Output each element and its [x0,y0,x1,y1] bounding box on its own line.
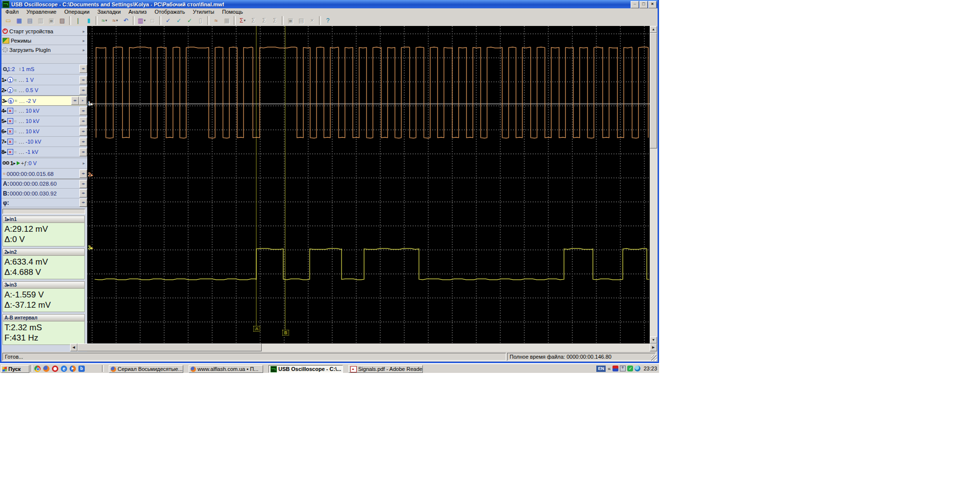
channel-3-marker[interactable]: 3▸ [88,245,93,251]
waveform-plot[interactable]: 1▸ 2▸ 3▸ A B [87,26,650,343]
cursor-b-handle[interactable]: B [282,330,289,336]
minimize-button[interactable] [631,1,639,8]
coupling-icon[interactable]: ≈ [14,88,17,93]
tray-expand-button[interactable]: « [608,366,611,371]
channel-row-2[interactable]: 2▸ 2 ≈ ...0.5 V [1,85,87,96]
channel-disabled-icon[interactable] [7,118,13,124]
channel-2-marker[interactable]: 2▸ [88,172,93,178]
channel-badge[interactable]: 5 [8,98,14,104]
vertical-scroll-thumb[interactable] [650,33,657,148]
channel-range-value[interactable]: 10 kV [25,108,39,114]
messenger-icon[interactable] [78,366,85,372]
toolbar-help-button[interactable]: ? [322,16,333,25]
channel-spinner[interactable] [79,107,87,115]
channel-range-value[interactable]: 1 V [25,77,34,83]
toolbar-close-view-button[interactable]: × [307,16,318,25]
counter-spinner[interactable] [79,198,87,207]
task-button-pdf[interactable]: Signals.pdf - Adobe Reader [348,365,423,373]
channel-spinner[interactable] [79,117,87,125]
cursor-a-handle[interactable]: A [253,326,260,332]
toolbar-measure-3-button[interactable]: ✓ [184,16,195,25]
channel-spinner[interactable] [79,76,87,84]
menu-operations[interactable]: Операции [60,9,93,15]
toolbar-save-button[interactable]: ▦ [14,16,24,25]
modes-button[interactable]: Режимы ▸ [1,36,87,45]
chrome-icon[interactable] [34,366,41,372]
toolbar-measure-1-button[interactable]: ✓ [163,16,173,25]
waveform-canvas[interactable] [87,26,650,343]
zoom-scale-value[interactable]: 1:2 [7,66,15,72]
task-button-alflash[interactable]: www.alflash.com.ua • П... [189,365,263,373]
chevron-right-icon[interactable]: ▸ [80,161,87,166]
channel-disabled-icon[interactable] [7,139,13,145]
toolbar-print-button[interactable]: ▤ [24,16,35,25]
wmp-icon[interactable] [70,366,76,372]
resize-grip[interactable] [651,355,657,361]
horizontal-scrollbar[interactable]: ◀ ▶ [70,343,657,351]
channel-range-value[interactable]: 0.5 V [25,87,38,93]
panel-header[interactable]: 2▸in2 [2,248,85,256]
start-button[interactable]: Пуск [1,365,29,373]
toolbar-zoom-in-wave-button[interactable]: ≈▾ [99,16,110,25]
toolbar-spectrum-button[interactable]: ≈ [211,16,221,25]
task-button-serial[interactable]: Сериал Восьмидесятые... [109,365,183,373]
toolbar-export-button[interactable]: ▥ [35,16,46,25]
toolbar-formula-3-button[interactable]: Σ [259,16,270,25]
toolbar-cursor-tool-button[interactable]: | [73,16,83,25]
task-button-oscilloscope[interactable]: USB Oscilloscope - C:\... [269,365,343,373]
scroll-right-button[interactable]: ▶ [650,343,657,351]
toolbar-zoom-out-wave-button[interactable]: ≈▾ [110,16,121,25]
trigger-level-value[interactable]: 0 V [28,160,37,166]
phase-row[interactable]: φ: [1,198,87,207]
channel-range-value[interactable]: -1 kV [25,149,38,155]
toolbar-measure-2-button[interactable]: ✓ [173,16,184,25]
dropdown-arrow-icon[interactable]: ▾ [244,19,245,23]
menu-bookmarks[interactable]: Закладки [94,9,125,15]
panel-header[interactable]: 1▸in1 [2,216,85,223]
cursor-a-row[interactable]: A: 0000:00:00.028.60 [1,179,87,189]
toolbar-table-button[interactable]: ▦ [221,16,232,25]
ie-icon[interactable] [61,366,67,372]
channel-badge[interactable]: 1 [7,77,13,83]
channel-row-1[interactable]: 1▸ 1 ≈ ...1 V [1,75,87,85]
scroll-down-button[interactable]: ▼ [650,337,657,343]
channel-row-5[interactable]: 5▸ ≈ ...10 kV [1,116,87,126]
clock[interactable]: 23:23 [643,366,657,371]
toolbar-undo-button[interactable]: ↶ [121,16,131,25]
channel-row-3-selected[interactable]: 3▸ 5 ≈ ...-2 V [1,96,87,106]
title-bar[interactable]: USB Oscilloscope - C:\Documents and Sett… [1,0,658,8]
coupling-icon[interactable]: ≈ [15,98,18,103]
dropdown-arrow-icon[interactable]: ▾ [105,19,107,23]
menu-analysis[interactable]: Анализ [124,9,150,15]
time-scale-value[interactable]: 1 mS [22,66,34,72]
channel-row-7[interactable]: 7▸ ≈ ...-10 kV [1,137,87,147]
coupling-icon[interactable]: ≈ [14,119,17,124]
firefox-icon[interactable] [43,366,49,372]
channel-spinner[interactable] [79,127,87,136]
channel-row-8[interactable]: 8▸ ≈ ...-1 kV [1,147,87,157]
channel-range-value[interactable]: 10 kV [25,128,39,134]
toolbar-window-1-button[interactable]: ▣ [285,16,296,25]
dropdown-arrow-icon[interactable]: ▾ [116,19,118,23]
channel-badge[interactable]: 2 [7,87,13,93]
channel-spinner[interactable] [71,97,79,105]
menu-utilities[interactable]: Утилиты [189,9,219,15]
channel-range-value[interactable]: 10 kV [25,118,39,124]
coupling-icon[interactable]: ≈ [14,139,17,145]
menu-control[interactable]: Управление [23,9,60,15]
counter-spinner[interactable] [79,180,87,188]
toolbar-acquire-button[interactable]: ▮ [83,16,94,25]
globe-icon[interactable] [635,366,640,371]
chevron-right-icon[interactable]: ▸ [80,38,87,43]
remote-display-icon[interactable] [620,366,626,371]
channel-spinner[interactable] [79,86,87,95]
channel-disabled-icon[interactable] [7,149,13,155]
panel-header[interactable]: A-B интервал [2,314,85,321]
menu-file[interactable]: Файл [1,9,23,15]
coupling-icon[interactable]: ≈ [14,129,17,134]
start-device-button[interactable]: Старт устройства ▸ [1,27,87,36]
chevron-right-icon[interactable]: ▸ [80,48,87,52]
channel-spinner[interactable] [79,148,87,156]
counter-spinner[interactable] [79,189,87,197]
usb-device-icon[interactable] [612,366,618,371]
